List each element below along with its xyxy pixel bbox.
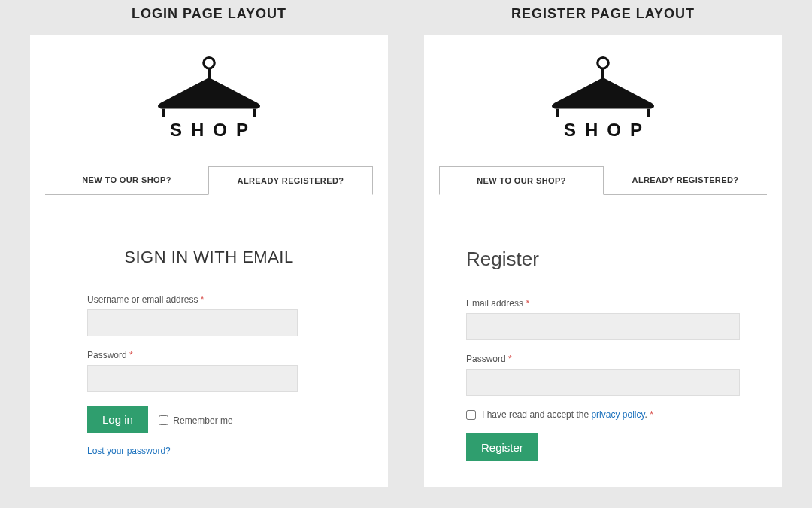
shop-logo: SHOP xyxy=(45,53,373,141)
login-form-title: SIGN IN WITH EMAIL xyxy=(87,248,331,267)
svg-rect-3 xyxy=(253,109,256,117)
consent-text-post: . xyxy=(645,409,647,420)
password-label-text: Password xyxy=(87,350,127,360)
required-mark: * xyxy=(650,409,653,420)
username-input[interactable] xyxy=(87,309,298,336)
login-card: SHOP NEW TO OUR SHOP? ALREADY REGISTERED… xyxy=(30,35,388,487)
register-form: Register Email address * Password * xyxy=(439,195,767,461)
login-form: SIGN IN WITH EMAIL Username or email add… xyxy=(45,195,373,456)
register-column: REGISTER PAGE LAYOUT SHOP NEW TO OUR SHO… xyxy=(424,0,782,487)
svg-rect-2 xyxy=(162,109,165,117)
username-label-text: Username or email address xyxy=(87,294,198,305)
svg-point-4 xyxy=(598,58,608,68)
required-mark: * xyxy=(129,350,133,360)
logo-text: SHOP xyxy=(439,120,767,141)
privacy-policy-link[interactable]: privacy policy xyxy=(591,409,644,420)
register-card: SHOP NEW TO OUR SHOP? ALREADY REGISTERED… xyxy=(424,35,782,487)
reg-password-label: Password * xyxy=(466,354,740,364)
hanger-icon xyxy=(543,53,663,120)
logo-text: SHOP xyxy=(45,120,373,141)
consent-text-pre: I have read and accept the xyxy=(482,409,591,420)
consent-checkbox[interactable] xyxy=(466,410,476,420)
hanger-icon xyxy=(149,53,269,120)
reg-password-label-text: Password xyxy=(466,354,506,364)
register-heading: REGISTER PAGE LAYOUT xyxy=(424,6,782,22)
login-tabs: NEW TO OUR SHOP? ALREADY REGISTERED? xyxy=(45,166,373,195)
login-heading: LOGIN PAGE LAYOUT xyxy=(30,6,388,22)
register-form-title: Register xyxy=(466,248,740,271)
required-mark: * xyxy=(201,294,205,305)
tab-already-registered[interactable]: ALREADY REGISTERED? xyxy=(604,166,767,195)
remember-me-row: Remember me xyxy=(159,415,232,426)
login-column: LOGIN PAGE LAYOUT SHOP NEW TO OUR SHOP? … xyxy=(30,0,388,487)
required-mark: * xyxy=(508,354,512,364)
email-input[interactable] xyxy=(466,313,740,340)
password-input[interactable] xyxy=(87,365,298,392)
email-label: Email address * xyxy=(466,298,740,309)
shop-logo: SHOP xyxy=(439,53,767,141)
svg-rect-7 xyxy=(647,109,650,117)
reg-password-input[interactable] xyxy=(466,369,740,396)
svg-rect-6 xyxy=(556,109,559,117)
svg-point-0 xyxy=(204,58,214,68)
consent-row: I have read and accept the privacy polic… xyxy=(466,409,740,420)
username-label: Username or email address * xyxy=(87,294,298,305)
email-label-text: Email address xyxy=(466,298,523,309)
remember-me-checkbox[interactable] xyxy=(159,415,168,425)
tab-new-to-shop[interactable]: NEW TO OUR SHOP? xyxy=(439,166,604,195)
tab-new-to-shop[interactable]: NEW TO OUR SHOP? xyxy=(45,166,208,195)
tab-already-registered[interactable]: ALREADY REGISTERED? xyxy=(208,166,373,195)
register-button[interactable]: Register xyxy=(466,433,538,461)
remember-me-label: Remember me xyxy=(173,415,232,426)
register-tabs: NEW TO OUR SHOP? ALREADY REGISTERED? xyxy=(439,166,767,195)
lost-password-link[interactable]: Lost your password? xyxy=(87,446,298,456)
login-button[interactable]: Log in xyxy=(87,406,148,433)
password-label: Password * xyxy=(87,350,298,360)
required-mark: * xyxy=(526,298,529,309)
